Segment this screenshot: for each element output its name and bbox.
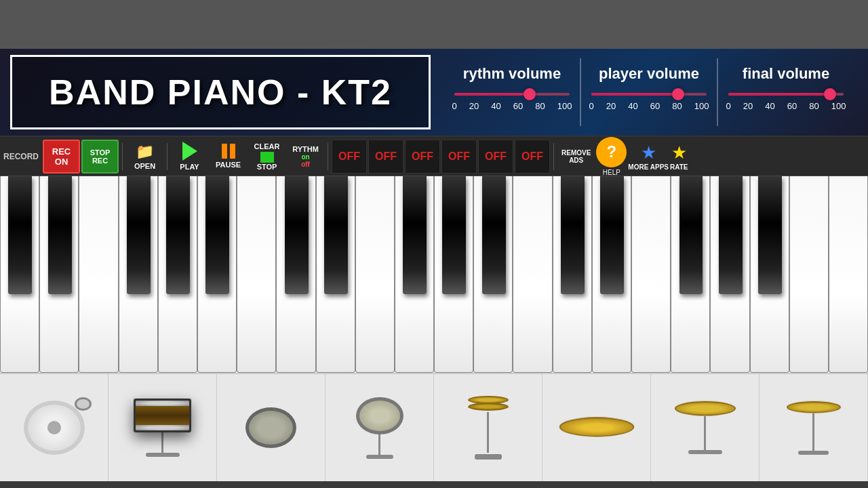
rec-on-button[interactable]: REC ON <box>43 140 80 174</box>
black-key-13[interactable] <box>719 176 743 294</box>
black-key-6[interactable] <box>324 176 348 294</box>
folder-icon: 📁 <box>136 143 154 161</box>
help-button[interactable]: ? <box>596 137 627 167</box>
header: BAND PIANO - KT2 rythm volume 0 20 40 60… <box>0 49 868 137</box>
black-key-1[interactable] <box>48 176 72 294</box>
white-key-21[interactable] <box>829 176 868 373</box>
bass-drum-cell[interactable] <box>0 374 108 481</box>
final-volume-track[interactable] <box>728 93 844 96</box>
hihat-cell[interactable] <box>434 374 542 481</box>
rythm-volume-section: rythm volume 0 20 40 60 80 100 <box>444 58 580 111</box>
open-song-button[interactable]: 📁 OPEN <box>126 140 163 174</box>
ride2-stand-base <box>798 451 829 455</box>
app-title: BAND PIANO - KT2 <box>49 72 392 113</box>
pause-icon <box>222 144 235 159</box>
black-key-5[interactable] <box>285 176 309 294</box>
white-key-2[interactable] <box>79 176 118 373</box>
black-key-2[interactable] <box>127 176 151 294</box>
black-key-8[interactable] <box>442 176 466 294</box>
stop-label: STOP <box>257 163 277 171</box>
star-yellow-icon: ★ <box>671 142 687 163</box>
star-blue-icon: ★ <box>641 142 656 163</box>
help-label: HELP <box>603 169 620 176</box>
pause-button[interactable]: PAUSE <box>210 140 247 174</box>
separator-4 <box>553 143 554 170</box>
off-badge-4[interactable]: OFF <box>441 140 477 174</box>
off-badge-5[interactable]: OFF <box>478 140 513 174</box>
player-volume-thumb[interactable] <box>672 88 684 100</box>
play-icon <box>182 142 197 161</box>
question-mark-icon: ? <box>607 142 617 161</box>
remove-ads-line2: ADS <box>569 157 583 164</box>
final-volume-thumb[interactable] <box>824 88 836 100</box>
stop-rec-button[interactable]: STOP REC <box>81 140 119 174</box>
ride-stand-base <box>688 450 722 454</box>
remove-ads-button[interactable]: REMOVE ADS <box>557 140 595 174</box>
rythm-volume-track[interactable] <box>454 93 570 96</box>
pause-label: PAUSE <box>216 161 241 169</box>
rate-label: RATE <box>670 163 688 171</box>
more-apps-label: MORE APPS <box>628 163 669 171</box>
rythm-button[interactable]: RYTHM on off <box>287 140 324 174</box>
tom-drum-cell[interactable] <box>217 374 326 481</box>
rythm-volume-thumb[interactable] <box>524 88 536 100</box>
ride2-stand-pole <box>812 413 814 451</box>
top-bar <box>0 0 868 49</box>
off-badge-1[interactable]: OFF <box>332 140 367 174</box>
black-key-14[interactable] <box>758 176 782 294</box>
black-key-9[interactable] <box>482 176 506 294</box>
rythm-on-label: on <box>301 153 309 161</box>
white-key-16[interactable] <box>631 176 671 373</box>
play-button[interactable]: PLAY <box>171 140 208 174</box>
black-key-12[interactable] <box>679 176 703 294</box>
black-key-10[interactable] <box>561 176 585 294</box>
rythm-volume-numbers: 0 20 40 60 80 100 <box>452 101 572 111</box>
hihat-bottom <box>468 403 509 411</box>
separator-2 <box>167 143 167 170</box>
off-badge-6[interactable]: OFF <box>515 140 550 174</box>
final-volume-label: final volume <box>743 65 829 83</box>
rate-button[interactable]: ★ RATE <box>670 142 688 171</box>
white-key-13[interactable] <box>513 176 552 373</box>
player-volume-track[interactable] <box>591 93 707 96</box>
ride2-cymbal <box>785 401 842 413</box>
help-button-container[interactable]: ? HELP <box>596 137 627 176</box>
remove-ads-line1: REMOVE <box>561 149 591 157</box>
final-volume-section: final volume 0 20 40 60 80 100 <box>718 58 854 111</box>
play-label: PLAY <box>180 163 199 171</box>
separator-1 <box>122 143 123 170</box>
ride-stand-pole <box>704 416 706 450</box>
separator-3 <box>328 143 328 170</box>
cymbal-base <box>475 454 502 460</box>
player-volume-numbers: 0 20 40 60 80 100 <box>589 101 709 111</box>
piano-area <box>0 176 868 373</box>
rythm-off-label: off <box>301 161 310 168</box>
crash-cymbal-cell[interactable] <box>542 374 651 481</box>
clear-label: CLEAR <box>254 142 280 150</box>
snare2-drum-cell[interactable] <box>326 374 434 481</box>
cymbal-stand <box>487 412 489 453</box>
hihat-stand <box>468 396 509 460</box>
crash-cymbal <box>556 417 637 436</box>
final-volume-numbers: 0 20 40 60 80 100 <box>726 101 846 111</box>
white-key-9[interactable] <box>355 176 395 373</box>
black-key-0[interactable] <box>8 176 32 294</box>
record-label: RECORD <box>3 152 39 161</box>
white-key-6[interactable] <box>237 176 276 373</box>
off-badge-3[interactable]: OFF <box>405 140 440 174</box>
more-apps-button[interactable]: ★ MORE APPS <box>628 142 669 171</box>
off-badge-2[interactable]: OFF <box>368 140 403 174</box>
black-key-7[interactable] <box>403 176 427 294</box>
rythm-label: RYTHM <box>292 145 319 153</box>
player-volume-fill <box>591 93 678 96</box>
final-volume-fill <box>728 93 830 96</box>
black-key-11[interactable] <box>600 176 624 294</box>
black-key-3[interactable] <box>166 176 190 294</box>
ride-cymbal-cell[interactable] <box>651 374 760 481</box>
ride2-cymbal-cell[interactable] <box>760 374 868 481</box>
white-key-20[interactable] <box>789 176 829 373</box>
clear-stop-button[interactable]: CLEAR STOP <box>248 140 285 174</box>
snare-drum-cell[interactable] <box>108 374 217 481</box>
ride-cymbal <box>673 401 736 416</box>
black-key-4[interactable] <box>205 176 229 294</box>
